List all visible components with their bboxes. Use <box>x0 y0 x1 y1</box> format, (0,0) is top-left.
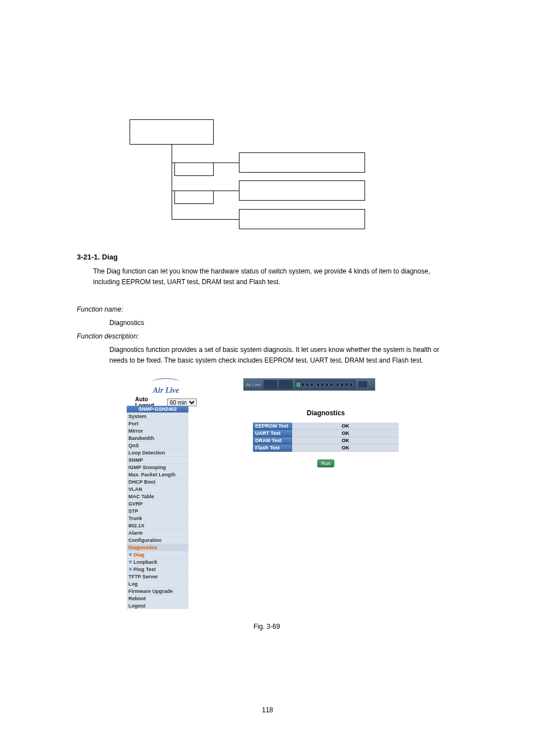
tree-stem <box>172 145 172 219</box>
content-area: Diagnostics EEPROM Test OK UART Test OK … <box>243 409 408 467</box>
diag-row-uart: UART Test OK <box>253 430 399 437</box>
diag-label-eeprom: EEPROM Test <box>253 423 292 430</box>
diag-value-uart: OK <box>292 430 399 437</box>
tree-node-2-small <box>174 191 214 204</box>
tree-branch-3h <box>172 219 239 220</box>
diag-value-flash: OK <box>292 444 399 452</box>
para-3: Diagnostics <box>109 318 446 328</box>
sidebar-item-mactable[interactable]: MAC Table <box>127 493 188 500</box>
device-banner: Air Live <box>243 378 375 391</box>
tree-branch-1-link <box>214 163 239 163</box>
tree-root-box <box>130 119 214 145</box>
sidebar-item-vlan[interactable]: VLAN <box>127 485 188 493</box>
para-5: Diagnostics function provides a set of b… <box>109 345 442 365</box>
tree-node-3 <box>239 209 365 229</box>
sidebar-item-firmware[interactable]: Firmware Upgrade <box>127 587 188 595</box>
para-4: Function description: <box>77 331 441 342</box>
sidebar-item-qos[interactable]: QoS <box>127 442 188 449</box>
sidebar-item-dhcpboot[interactable]: DHCP Boot <box>127 478 188 485</box>
sidebar: SNMP-GSH2402 System Port Mirror Bandwidt… <box>127 406 188 609</box>
sidebar-item-maxpkt[interactable]: Max. Packet Length <box>127 471 188 478</box>
tree-node-2 <box>239 180 365 201</box>
diag-table: EEPROM Test OK UART Test OK DRAM Test OK… <box>253 423 399 452</box>
logo-arc <box>152 378 180 385</box>
page-number: 118 <box>262 706 273 714</box>
port-led-block-1 <box>264 380 278 389</box>
sidebar-item-configuration[interactable]: Configuration <box>127 536 188 544</box>
figure-caption: Fig. 3-69 <box>253 623 280 630</box>
auto-logout-select[interactable]: 60 min <box>167 398 197 406</box>
sidebar-item-bandwidth[interactable]: Bandwidth <box>127 434 188 442</box>
sidebar-item-loopdetection[interactable]: Loop Detection <box>127 449 188 456</box>
logo-area: Air Live Auto Logout 60 min <box>135 378 197 409</box>
screenshot-figure: Air Live Auto Logout 60 min Air Live SNM… <box>127 378 408 563</box>
sidebar-item-port[interactable]: Port <box>127 420 188 427</box>
section-heading: 3-21-1. Diag <box>77 253 118 261</box>
port-fiber-block <box>358 381 368 388</box>
tree-node-1-small <box>174 163 214 176</box>
diag-value-dram: OK <box>292 437 399 444</box>
sidebar-item-loopback[interactable]: Loopback <box>127 558 188 565</box>
sidebar-item-snmp[interactable]: SNMP <box>127 456 188 463</box>
sidebar-item-mirror[interactable]: Mirror <box>127 427 188 434</box>
sidebar-item-diag[interactable]: Diag <box>127 551 188 558</box>
sidebar-item-8021x[interactable]: 802.1X <box>127 522 188 529</box>
sidebar-item-gvrp[interactable]: GVRP <box>127 500 188 507</box>
section-title: Diag <box>102 253 118 261</box>
sidebar-item-trunk[interactable]: Trunk <box>127 514 188 522</box>
sidebar-header: SNMP-GSH2402 <box>127 406 188 412</box>
diag-row-flash: Flash Test OK <box>253 444 399 452</box>
section-number: 3-21-1. <box>77 253 100 261</box>
diag-value-eeprom: OK <box>292 423 399 430</box>
brand-logo: Air Live <box>135 385 197 395</box>
sidebar-item-logout[interactable]: Logout <box>127 602 188 609</box>
port-led-block-2 <box>279 380 293 389</box>
diag-label-flash: Flash Test <box>253 444 292 452</box>
sidebar-item-system[interactable]: System <box>127 412 188 420</box>
diag-row-eeprom: EEPROM Test OK <box>253 423 399 430</box>
sidebar-item-log[interactable]: Log <box>127 580 188 587</box>
diag-row-dram: DRAM Test OK <box>253 437 399 444</box>
sidebar-item-stp[interactable]: STP <box>127 507 188 514</box>
para-2: Function name: <box>77 304 441 315</box>
sidebar-item-tftp[interactable]: TFTP Server <box>127 573 188 580</box>
tree-node-1 <box>239 152 365 173</box>
para-1: The Diag function can let you know the h… <box>93 266 442 287</box>
sidebar-item-igmp[interactable]: IGMP Snooping <box>127 463 188 471</box>
sidebar-item-reboot[interactable]: Reboot <box>127 595 188 602</box>
content-title: Diagnostics <box>243 409 408 417</box>
tree-branch-2-link <box>214 191 239 191</box>
banner-brand: Air Live <box>246 382 262 387</box>
run-button[interactable]: Run <box>317 460 335 467</box>
sidebar-item-diagnostics[interactable]: Diagnostics <box>127 544 188 551</box>
diag-label-uart: UART Test <box>253 430 292 437</box>
sidebar-item-pingtest[interactable]: Ping Test <box>127 565 188 573</box>
sidebar-item-alarm[interactable]: Alarm <box>127 529 188 536</box>
port-strip <box>295 379 356 389</box>
diag-label-dram: DRAM Test <box>253 437 292 444</box>
